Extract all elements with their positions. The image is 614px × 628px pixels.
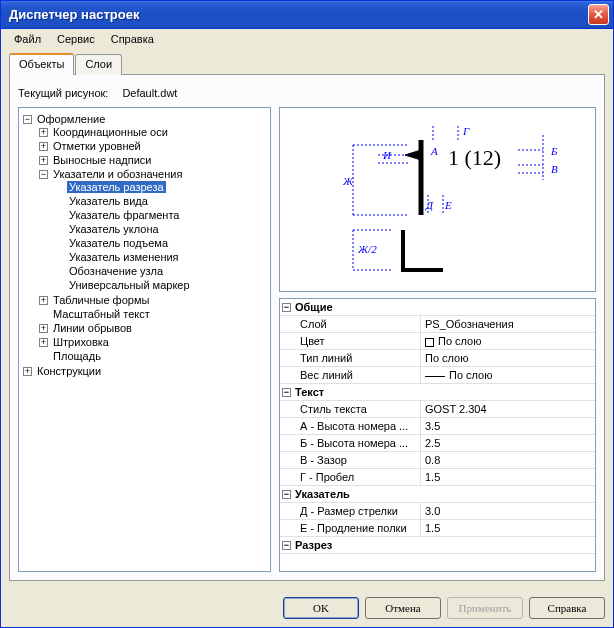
help-button[interactable]: Справка — [529, 597, 605, 619]
tree-toggle[interactable]: − — [39, 170, 48, 179]
tree-node-scaletext[interactable]: Масштабный текст — [51, 308, 152, 320]
prop-value[interactable]: 2.5 — [420, 435, 595, 451]
svg-text:Д: Д — [425, 199, 434, 211]
tree-node-levels[interactable]: Отметки уровней — [51, 140, 143, 152]
prop-value[interactable]: 0.8 — [420, 452, 595, 468]
tree-node-breaklines[interactable]: Линии обрывов — [51, 322, 134, 334]
window-title: Диспетчер настроек — [5, 7, 588, 22]
prop-value[interactable]: По слою — [420, 333, 595, 349]
close-button[interactable]: ✕ — [588, 4, 609, 25]
current-drawing-label: Текущий рисунок: — [18, 87, 108, 99]
tree-node-change-marker[interactable]: Указатель изменения — [67, 251, 181, 263]
menu-help[interactable]: Справка — [104, 31, 161, 47]
tree-node-constructions[interactable]: Конструкции — [35, 365, 103, 377]
svg-text:Ж: Ж — [342, 175, 354, 187]
preview-pane: 1 (12) — [279, 107, 596, 292]
svg-text:А: А — [430, 145, 438, 157]
button-bar: OK Отмена Применить Справка — [1, 589, 613, 627]
prop-value[interactable]: 3.0 — [420, 503, 595, 519]
group-text: Текст — [295, 386, 324, 398]
tree-toggle[interactable]: + — [39, 142, 48, 151]
tree-toggle[interactable]: + — [39, 324, 48, 333]
tree-node-node-marker[interactable]: Обозначение узла — [67, 265, 165, 277]
prop-name: Стиль текста — [280, 401, 420, 417]
tabstrip: Объекты Слои — [9, 54, 605, 75]
cancel-button[interactable]: Отмена — [365, 597, 441, 619]
tab-objects[interactable]: Объекты — [9, 53, 74, 75]
prop-name: Тип линий — [280, 350, 420, 366]
prop-value[interactable]: 1.5 — [420, 469, 595, 485]
group-section: Разрез — [295, 539, 332, 551]
tab-layers[interactable]: Слои — [75, 54, 122, 75]
tree-toggle[interactable]: + — [39, 296, 48, 305]
tree-node-rise-marker[interactable]: Указатель подъема — [67, 237, 170, 249]
tree-node-section-marker[interactable]: Указатель разреза — [67, 181, 166, 193]
apply-button: Применить — [447, 597, 523, 619]
prop-value[interactable]: 3.5 — [420, 418, 595, 434]
group-toggle[interactable]: − — [282, 541, 291, 550]
current-drawing-value: Default.dwt — [122, 87, 177, 99]
titlebar: Диспетчер настроек ✕ — [1, 1, 613, 29]
prop-name: А - Высота номера ... — [280, 418, 420, 434]
prop-value[interactable]: По слою — [420, 367, 595, 383]
group-general: Общие — [295, 301, 333, 313]
group-toggle[interactable]: − — [282, 303, 291, 312]
tree-toggle[interactable]: + — [39, 338, 48, 347]
prop-name: В - Зазор — [280, 452, 420, 468]
prop-name: Вес линий — [280, 367, 420, 383]
svg-text:1 (12): 1 (12) — [448, 145, 501, 170]
prop-value[interactable]: PS_Обозначения — [420, 316, 595, 332]
menu-file[interactable]: Файл — [7, 31, 48, 47]
tree-node-markers[interactable]: Указатели и обозначения — [51, 168, 184, 180]
svg-text:В: В — [551, 163, 558, 175]
property-grid[interactable]: −Общие СлойPS_Обозначения ЦветПо слою Ти… — [279, 298, 596, 572]
tree-toggle[interactable]: + — [39, 156, 48, 165]
current-drawing-row: Текущий рисунок: Default.dwt — [18, 83, 596, 107]
tree-toggle[interactable]: + — [39, 128, 48, 137]
prop-name: Слой — [280, 316, 420, 332]
prop-name: Е - Продление полки — [280, 520, 420, 536]
color-swatch-icon — [425, 338, 434, 347]
group-pointer: Указатель — [295, 488, 350, 500]
prop-name: Г - Пробел — [280, 469, 420, 485]
svg-text:Б: Б — [550, 145, 558, 157]
tree-node-hatch[interactable]: Штриховка — [51, 336, 111, 348]
lineweight-icon — [425, 376, 445, 377]
menu-tools[interactable]: Сервис — [50, 31, 102, 47]
tree-toggle[interactable]: + — [23, 367, 32, 376]
prop-value[interactable]: 1.5 — [420, 520, 595, 536]
tree-toggle[interactable]: − — [23, 115, 32, 124]
tree-node-view-marker[interactable]: Указатель вида — [67, 195, 150, 207]
tree-view[interactable]: − Оформление +Координационные оси +Отмет… — [18, 107, 271, 572]
prop-name: Д - Размер стрелки — [280, 503, 420, 519]
svg-text:Е: Е — [444, 199, 452, 211]
tree-node-area[interactable]: Площадь — [51, 350, 103, 362]
tree-node-axes[interactable]: Координационные оси — [51, 126, 170, 138]
prop-name: Б - Высота номера ... — [280, 435, 420, 451]
prop-value[interactable]: GOST 2.304 — [420, 401, 595, 417]
svg-text:И: И — [382, 149, 392, 161]
preview-svg: 1 (12) — [303, 115, 573, 285]
group-toggle[interactable]: − — [282, 388, 291, 397]
tree-node-fragment-marker[interactable]: Указатель фрагмента — [67, 209, 181, 221]
tree-node-slope-marker[interactable]: Указатель уклона — [67, 223, 161, 235]
prop-value[interactable]: По слою — [420, 350, 595, 366]
tree-node-tables[interactable]: Табличные формы — [51, 294, 151, 306]
prop-name: Цвет — [280, 333, 420, 349]
tree-node-universal-marker[interactable]: Универсальный маркер — [67, 279, 192, 291]
menubar: Файл Сервис Справка — [1, 29, 613, 49]
svg-text:Г: Г — [462, 125, 470, 137]
svg-text:Ж/2: Ж/2 — [357, 243, 377, 255]
ok-button[interactable]: OK — [283, 597, 359, 619]
tree-node-design[interactable]: Оформление — [35, 113, 107, 125]
group-toggle[interactable]: − — [282, 490, 291, 499]
tree-node-callouts[interactable]: Выносные надписи — [51, 154, 153, 166]
